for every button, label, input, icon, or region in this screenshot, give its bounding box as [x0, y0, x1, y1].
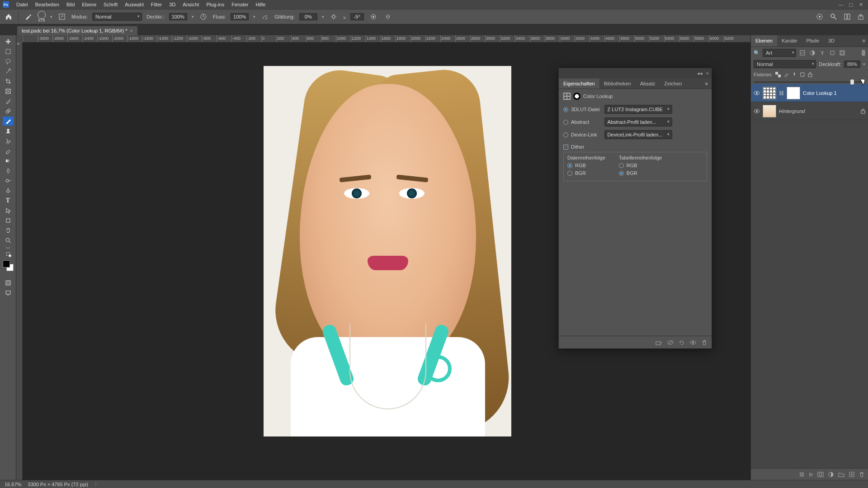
devicelink-select[interactable]: DeviceLink-Profil laden... — [604, 130, 672, 139]
tab-kanaele[interactable]: Kanäle — [777, 35, 802, 47]
lock-icon[interactable] — [861, 108, 865, 114]
table-order-bgr[interactable]: BGR — [619, 170, 662, 176]
minimize-button[interactable]: — — [836, 1, 845, 8]
tab-3d[interactable]: 3D — [824, 35, 839, 47]
angle-input[interactable]: -5° — [350, 13, 364, 20]
panel-menu-icon[interactable]: ≡ — [702, 79, 712, 89]
opacity-slider-track[interactable] — [755, 81, 864, 83]
cloud-icon[interactable] — [816, 14, 824, 20]
reset-icon[interactable] — [679, 340, 684, 345]
eraser-tool[interactable] — [3, 146, 14, 155]
tab-bibliotheken[interactable]: Bibliotheken — [599, 79, 636, 89]
home-icon[interactable] — [4, 12, 14, 22]
fx-icon[interactable]: fx — [809, 472, 813, 477]
screenmode-icon[interactable] — [3, 288, 14, 297]
quickmask-icon[interactable] — [3, 278, 14, 287]
abstract-select[interactable]: Abstract-Profil laden... — [604, 117, 672, 127]
layer-row-colorlookup[interactable]: ⛓ Color Lookup 1 — [751, 84, 868, 102]
filter-shape-icon[interactable] — [829, 49, 836, 56]
panel-header[interactable]: ◂◂ × — [559, 68, 712, 78]
layer-name[interactable]: Hintergrund — [779, 108, 858, 114]
foreground-swatch[interactable] — [3, 260, 10, 267]
type-tool[interactable]: T — [3, 196, 14, 205]
stamp-tool[interactable] — [3, 127, 14, 136]
blend-mode-select[interactable]: Normal — [92, 13, 142, 21]
table-order-rgb[interactable]: RGB — [619, 163, 662, 168]
delete-adj-icon[interactable] — [702, 340, 707, 345]
tab-eigenschaften[interactable]: Eigenschaften — [559, 79, 599, 89]
toolbar-more[interactable]: ••• — [6, 246, 10, 250]
panel-menu-icon[interactable]: ≡ — [860, 35, 868, 47]
filter-kind-select[interactable]: Art — [763, 49, 796, 57]
document-canvas[interactable] — [264, 66, 511, 436]
opacity-input[interactable]: 100% — [169, 13, 187, 20]
filter-type-icon[interactable]: T — [819, 49, 826, 56]
brush-preview[interactable]: 678 — [38, 11, 46, 23]
symmetry-icon[interactable] — [383, 12, 393, 22]
filter-adjust-icon[interactable] — [809, 49, 816, 56]
menu-fenster[interactable]: Fenster — [228, 2, 252, 7]
delete-icon[interactable] — [859, 472, 864, 477]
color-swatches[interactable] — [3, 260, 14, 271]
link-icon[interactable]: ⛓ — [779, 90, 784, 96]
mask-mode-icon[interactable] — [573, 93, 580, 100]
dodge-tool[interactable] — [3, 176, 14, 185]
menu-plugins[interactable]: Plug-ins — [203, 2, 228, 7]
smoothing-chevron[interactable]: ▾ — [322, 14, 324, 19]
path-select-tool[interactable] — [3, 206, 14, 215]
menu-datei[interactable]: Datei — [13, 2, 32, 7]
zoom-level[interactable]: 16.67% — [5, 482, 21, 487]
tab-zeichen[interactable]: Zeichen — [660, 79, 686, 89]
document-tab[interactable]: test.psdc bei 16,7% (Color Lookup 1, RGB… — [17, 26, 137, 35]
default-colors-icon[interactable] — [6, 252, 10, 256]
history-brush-tool[interactable] — [3, 136, 14, 145]
pressure-size-icon[interactable] — [368, 12, 378, 22]
flow-chevron[interactable]: ▾ — [253, 14, 255, 19]
data-order-rgb[interactable]: RGB — [567, 163, 605, 168]
group-icon[interactable] — [838, 472, 844, 477]
toggle-vis-icon[interactable] — [690, 340, 696, 345]
filter-toggle[interactable] — [862, 50, 865, 56]
lock-trans-icon[interactable] — [775, 72, 781, 77]
blend-mode-select[interactable]: Normal — [754, 60, 816, 68]
lasso-tool[interactable] — [3, 57, 14, 66]
opacity-slider-thumb[interactable] — [850, 80, 854, 84]
menu-schrift[interactable]: Schrift — [100, 2, 121, 7]
menu-bild[interactable]: Bild — [63, 2, 78, 7]
menu-auswahl[interactable]: Auswahl — [121, 2, 147, 7]
zoom-tool[interactable] — [3, 236, 14, 245]
wand-tool[interactable] — [3, 67, 14, 76]
maximize-button[interactable]: ▢ — [846, 1, 855, 8]
lock-all-icon[interactable] — [808, 72, 812, 77]
radio-3dlut[interactable]: 3DLUT-Datei — [563, 107, 600, 112]
frame-tool[interactable] — [3, 87, 14, 96]
close-panel-icon[interactable]: × — [706, 70, 709, 76]
shape-tool[interactable] — [3, 216, 14, 225]
share-icon[interactable] — [857, 13, 864, 20]
airbrush-icon[interactable] — [260, 12, 270, 22]
dither-checkbox[interactable]: Dither — [563, 144, 707, 150]
tab-absatz[interactable]: Absatz — [636, 79, 660, 89]
tool-preset-icon[interactable] — [23, 12, 33, 22]
data-order-bgr[interactable]: BGR — [567, 170, 605, 176]
menu-hilfe[interactable]: Hilfe — [252, 2, 269, 7]
close-button[interactable]: ✕ — [856, 1, 865, 8]
heal-tool[interactable] — [3, 107, 14, 116]
opacity-value[interactable]: 89% — [844, 61, 860, 68]
pen-tool[interactable] — [3, 186, 14, 195]
visibility-toggle[interactable] — [754, 108, 760, 114]
menu-ansicht[interactable]: Ansicht — [179, 2, 203, 7]
collapse-icon[interactable]: ◂◂ — [697, 70, 703, 76]
brush-tool[interactable] — [3, 117, 14, 126]
link-layers-icon[interactable]: ⛓ — [799, 472, 804, 477]
view-prev-icon[interactable] — [667, 340, 674, 345]
pressure-opacity-icon[interactable] — [198, 12, 208, 22]
move-tool[interactable] — [3, 37, 14, 46]
gradient-tool[interactable] — [3, 156, 14, 165]
search-icon[interactable] — [830, 13, 837, 20]
mask-thumb[interactable] — [787, 87, 800, 99]
eyedropper-tool[interactable] — [3, 97, 14, 106]
smoothing-input[interactable]: 0% — [299, 13, 317, 20]
mask-icon[interactable] — [817, 472, 824, 477]
status-flyout-icon[interactable]: 〉 — [94, 481, 99, 488]
